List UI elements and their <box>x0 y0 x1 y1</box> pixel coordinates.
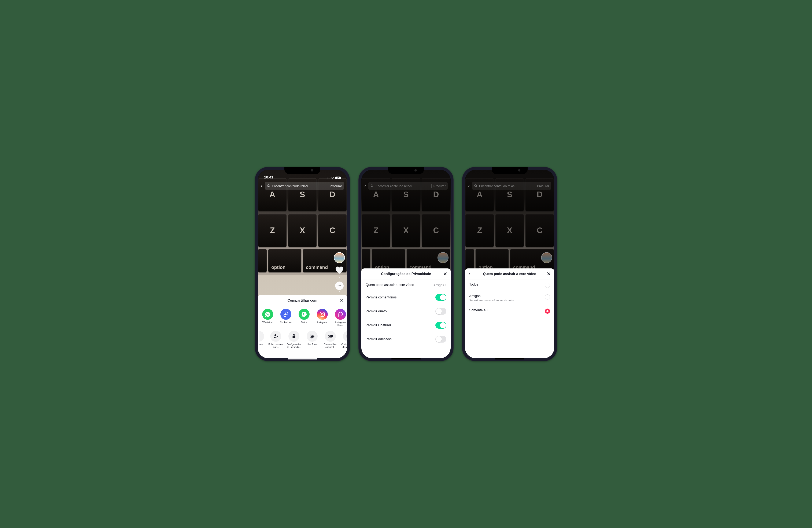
comment-count: 0 <box>338 291 340 294</box>
svg-point-3 <box>321 313 323 315</box>
search-placeholder: Encontrar conteúdo relaci… <box>376 184 430 188</box>
keyboard-key: Z <box>362 214 390 247</box>
close-button[interactable]: ✕ <box>443 271 447 277</box>
profile-avatar[interactable] <box>541 252 552 263</box>
svg-line-15 <box>476 186 477 187</box>
share-target-instagram-direct[interactable]: Instagram Direct <box>332 309 347 327</box>
close-button[interactable]: ✕ <box>547 271 551 277</box>
profile-avatar[interactable] <box>334 252 345 263</box>
toggle-allow-comments[interactable] <box>435 294 446 301</box>
link-icon <box>280 309 291 320</box>
radio-button[interactable] <box>545 295 550 300</box>
privacy-sheet-header: Configurações de Privacidade ✕ <box>361 269 451 280</box>
share-target-whatsapp[interactable]: WhatsApp <box>259 309 276 327</box>
svg-point-14 <box>475 185 476 186</box>
option-label: Somente eu <box>469 308 488 312</box>
action-rail: 0 0 <box>334 252 345 294</box>
back-button[interactable]: ‹ <box>261 183 263 189</box>
search-bar[interactable]: Encontrar conteúdo relaci… Procurar <box>472 182 551 190</box>
battery-icon: 84 <box>335 177 340 179</box>
instagram-direct-icon <box>335 309 346 320</box>
signal-icon: ▪▫ <box>327 176 330 180</box>
setting-label: Quem pode assistir a este vídeo <box>366 283 414 287</box>
like-button[interactable]: 0 <box>335 267 344 278</box>
share-sheet-header: Compartilhar com ✕ <box>258 295 347 306</box>
setting-value: Amigos › <box>434 283 446 287</box>
profile-avatar[interactable] <box>437 252 449 263</box>
setting-who-can-watch[interactable]: Quem pode assistir a este vídeo Amigos › <box>361 280 451 290</box>
toggle-allow-stitch[interactable] <box>435 322 446 329</box>
screen: A S D Z X C option command 10:41 <box>258 170 347 358</box>
svg-point-5 <box>274 334 276 336</box>
back-button[interactable]: ‹ <box>468 271 470 277</box>
share-target-status[interactable]: Status <box>296 309 312 327</box>
search-placeholder: Encontrar conteúdo relaci… <box>272 184 326 188</box>
option-subtitle: Seguidores que você segue de volta <box>469 299 513 302</box>
toggle-allow-duet[interactable] <box>435 308 446 315</box>
search-action[interactable]: Procurar <box>330 184 342 188</box>
chevron-right-icon: › <box>445 283 446 287</box>
audience-option-everyone[interactable]: Todos <box>465 280 554 291</box>
radio-button[interactable] <box>545 308 550 314</box>
setting-label: Permitir dueto <box>366 310 387 313</box>
audience-option-friends[interactable]: Amigos Seguidores que você segue de volt… <box>465 291 554 305</box>
back-button[interactable]: ‹ <box>468 183 470 189</box>
svg-line-13 <box>373 186 373 187</box>
audience-option-only-me[interactable]: Somente eu <box>465 305 554 317</box>
audience-sheet: ‹ Quem pode assistir a este vídeo ✕ Todo… <box>465 269 554 358</box>
wifi-icon <box>331 177 334 179</box>
share-actions-row[interactable]: urar Editar pessoas mar… Configurações d… <box>258 328 347 349</box>
close-button[interactable]: ✕ <box>339 297 344 303</box>
status-indicators: ▪▫ 84 <box>327 176 340 180</box>
option-label: Todos <box>469 283 478 286</box>
search-action[interactable]: Procurar <box>537 184 549 188</box>
comment-icon <box>335 282 344 290</box>
svg-point-4 <box>323 313 324 313</box>
back-button[interactable]: ‹ <box>364 183 366 189</box>
keyboard-key: option <box>269 249 301 272</box>
svg-line-1 <box>269 186 270 187</box>
search-icon <box>267 184 270 187</box>
whatsapp-icon <box>262 309 273 320</box>
home-indicator[interactable] <box>391 358 421 360</box>
home-indicator[interactable] <box>495 358 524 360</box>
device-notch <box>285 167 320 174</box>
screen: A S D Z X C option command ‹ <box>361 170 451 358</box>
search-action[interactable]: Procurar <box>433 184 446 188</box>
heart-icon <box>335 267 344 274</box>
ad-settings-icon <box>343 331 347 342</box>
top-navigation: ‹ Encontrar conteúdo relaci… Procurar <box>258 181 347 191</box>
keyboard-key <box>258 249 267 272</box>
search-placeholder: Encontrar conteúdo relaci… <box>479 184 534 188</box>
share-action-cut-left[interactable]: urar <box>259 331 266 348</box>
share-action-privacy-settings[interactable]: Configurações de Privacida… <box>286 331 302 348</box>
share-action-edit-people[interactable]: Editar pessoas mar… <box>267 331 284 348</box>
setting-allow-comments: Permitir comentários <box>361 290 451 304</box>
toggle-allow-stickers[interactable] <box>435 336 446 343</box>
device-notch <box>492 167 527 174</box>
status-time: 10:41 <box>264 175 277 180</box>
home-indicator[interactable] <box>288 358 317 360</box>
keyboard-key: Z <box>258 214 287 247</box>
share-target-copy-link[interactable]: Copiar Link <box>278 309 294 327</box>
keyboard-key: C <box>318 214 347 247</box>
audience-sheet-title: Quem pode assistir a este vídeo <box>483 272 536 276</box>
phone-mockup-2: A S D Z X C option command ‹ <box>359 167 453 361</box>
screen: A S D Z X C option command ‹ <box>465 170 554 358</box>
search-bar[interactable]: Encontrar conteúdo relaci… Procurar <box>265 182 344 190</box>
live-photo-icon <box>307 331 318 342</box>
privacy-sheet-title: Configurações de Privacidade <box>381 272 431 276</box>
keyboard-key: X <box>288 214 317 247</box>
radio-button[interactable] <box>545 283 550 288</box>
share-action-share-gif[interactable]: GIF Compartilhar como GIF <box>322 331 338 348</box>
share-action-ad-settings[interactable]: Configurações de anúncios <box>340 331 347 348</box>
share-target-instagram[interactable]: Instagram <box>314 309 331 327</box>
setting-label: Permitir adesivos <box>366 337 392 341</box>
keyboard-key: Z <box>465 214 494 247</box>
svg-point-0 <box>267 185 269 186</box>
share-action-live-photo[interactable]: Live Photo <box>304 331 320 348</box>
share-targets-row[interactable]: WhatsApp Copiar Link Status <box>258 306 347 328</box>
setting-label: Permitir Costurar <box>366 323 391 327</box>
comment-button[interactable]: 0 <box>335 282 344 294</box>
search-bar[interactable]: Encontrar conteúdo relaci… Procurar <box>368 182 448 190</box>
